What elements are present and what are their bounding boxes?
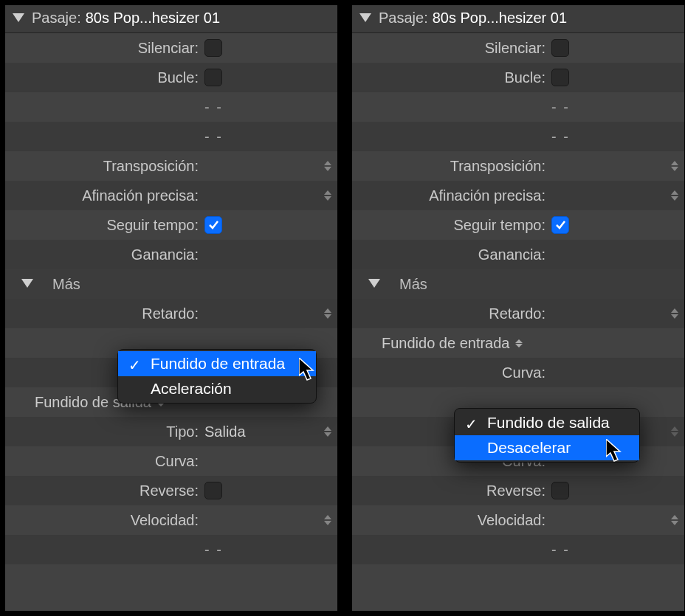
placeholder-dash: - - xyxy=(551,541,570,558)
label-mas: Más xyxy=(399,276,427,293)
label-reverse: Reverse: xyxy=(5,482,204,499)
label-bucle: Bucle: xyxy=(352,69,551,86)
label-mas: Más xyxy=(52,276,80,293)
checkbox-silenciar[interactable] xyxy=(204,39,222,57)
row-dash1: - - xyxy=(352,92,684,122)
row-silenciar: Silenciar: xyxy=(352,33,684,63)
menu-item-fundido-entrada[interactable]: ✓ Fundido de entrada xyxy=(118,351,316,376)
menu-item-label: Aceleración xyxy=(151,380,232,397)
row-dash1: - - xyxy=(5,92,337,122)
menu-item-label: Desacelerar xyxy=(487,439,571,456)
placeholder-dash: - - xyxy=(551,128,570,145)
stepper-transposicion[interactable] xyxy=(323,157,333,175)
label-seguir: Seguir tempo: xyxy=(5,217,204,234)
label-retardo: Retardo: xyxy=(352,305,551,322)
label-velocidad: Velocidad: xyxy=(5,512,204,529)
row-dash2: - - xyxy=(5,122,337,151)
row-transposicion: Transposición: xyxy=(352,151,684,181)
menu-item-aceleracion[interactable]: Aceleración xyxy=(118,376,316,401)
menu-item-label: Fundido de salida xyxy=(487,414,610,431)
dropdown-fade-in-type[interactable]: ✓ Fundido de entrada Aceleración xyxy=(117,349,317,404)
section-mas[interactable]: Más xyxy=(5,269,337,299)
row-bucle: Bucle: xyxy=(352,63,684,92)
header-prefix: Pasaje: xyxy=(32,10,81,27)
row-transposicion: Transposición: xyxy=(5,151,337,181)
label-silenciar: Silenciar: xyxy=(352,40,551,57)
row-afinacion: Afinación precisa: xyxy=(5,181,337,210)
label-curva: Curva: xyxy=(352,364,551,381)
disclosure-triangle-icon[interactable] xyxy=(21,279,33,289)
stepper-tipo[interactable] xyxy=(669,423,680,440)
row-curva1: Curva: xyxy=(352,358,684,387)
checkbox-seguir[interactable] xyxy=(551,216,569,234)
label-curva: Curva: xyxy=(5,453,204,470)
disclosure-triangle-icon[interactable] xyxy=(359,13,371,24)
row-dash2: - - xyxy=(352,122,684,151)
row-retardo: Retardo: xyxy=(352,299,684,328)
checkbox-reverse[interactable] xyxy=(204,482,222,499)
label-reverse: Reverse: xyxy=(352,482,551,499)
value-tipo[interactable]: Salida xyxy=(204,423,246,440)
checkbox-seguir[interactable] xyxy=(204,216,222,234)
label-fundido-entrada: Fundido de entrada xyxy=(382,335,509,352)
label-ganancia: Ganancia: xyxy=(352,246,551,263)
stepper-transposicion[interactable] xyxy=(669,157,680,175)
label-bucle: Bucle: xyxy=(5,69,204,86)
row-reverse: Reverse: xyxy=(352,476,684,505)
stepper-velocidad[interactable] xyxy=(323,511,333,529)
checkbox-bucle[interactable] xyxy=(551,69,569,86)
row-afinacion: Afinación precisa: xyxy=(352,181,684,210)
checkmark-icon: ✓ xyxy=(128,356,141,374)
label-afinacion: Afinación precisa: xyxy=(352,187,551,204)
header-value: 80s Pop...hesizer 01 xyxy=(433,10,567,27)
stepper-retardo[interactable] xyxy=(323,305,333,322)
row-ganancia: Ganancia: xyxy=(5,240,337,269)
stepper-retardo[interactable] xyxy=(669,305,680,322)
placeholder-dash: - - xyxy=(204,128,223,145)
checkbox-silenciar[interactable] xyxy=(551,39,569,57)
inspector-panel-left: Pasaje: 80s Pop...hesizer 01 Silenciar: … xyxy=(4,4,338,612)
menu-item-fundido-salida[interactable]: ✓ Fundido de salida xyxy=(455,410,639,435)
row-reverse: Reverse: xyxy=(5,476,337,505)
checkbox-bucle[interactable] xyxy=(204,69,222,86)
label-ganancia: Ganancia: xyxy=(5,246,204,263)
label-velocidad: Velocidad: xyxy=(352,512,551,529)
disclosure-triangle-icon[interactable] xyxy=(368,279,380,289)
header-value: 80s Pop...hesizer 01 xyxy=(86,10,220,27)
panel-header[interactable]: Pasaje: 80s Pop...hesizer 01 xyxy=(5,5,337,33)
row-ganancia: Ganancia: xyxy=(352,240,684,269)
row-fundido-entrada[interactable]: Fundido de entrada xyxy=(352,328,684,358)
menu-item-label: Fundido de entrada xyxy=(151,355,285,372)
checkbox-reverse[interactable] xyxy=(551,482,569,499)
svg-marker-0 xyxy=(13,13,24,22)
popup-fundido-entrada: Fundido de entrada xyxy=(382,335,523,352)
dropdown-fade-out-type[interactable]: ✓ Fundido de salida Desacelerar xyxy=(454,408,640,463)
placeholder-dash: - - xyxy=(551,99,570,116)
row-silenciar: Silenciar: xyxy=(5,33,337,63)
row-curva: Curva: xyxy=(5,446,337,476)
row-padding xyxy=(5,564,337,611)
stepper-tipo[interactable] xyxy=(323,423,333,440)
row-padding xyxy=(352,564,684,611)
disclosure-triangle-icon[interactable] xyxy=(13,13,24,24)
row-dash3: - - xyxy=(5,535,337,564)
label-tipo: Tipo: xyxy=(5,423,204,440)
placeholder-dash: - - xyxy=(204,99,223,116)
section-mas[interactable]: Más xyxy=(352,269,684,299)
menu-item-desacelerar[interactable]: Desacelerar xyxy=(455,435,639,460)
stepper-afinacion[interactable] xyxy=(669,187,680,204)
stepper-icon[interactable] xyxy=(515,339,523,347)
panel-header[interactable]: Pasaje: 80s Pop...hesizer 01 xyxy=(352,5,684,33)
label-afinacion: Afinación precisa: xyxy=(5,187,204,204)
stepper-velocidad[interactable] xyxy=(669,511,680,529)
stepper-afinacion[interactable] xyxy=(323,187,333,204)
row-seguir: Seguir tempo: xyxy=(5,210,337,240)
label-transposicion: Transposición: xyxy=(352,158,551,175)
header-prefix: Pasaje: xyxy=(379,10,428,27)
svg-marker-3 xyxy=(359,13,371,22)
row-seguir: Seguir tempo: xyxy=(352,210,684,240)
placeholder-dash: - - xyxy=(204,541,223,558)
row-retardo: Retardo: xyxy=(5,299,337,328)
checkmark-icon: ✓ xyxy=(465,415,478,433)
row-tipo: Tipo: Salida xyxy=(5,417,337,446)
